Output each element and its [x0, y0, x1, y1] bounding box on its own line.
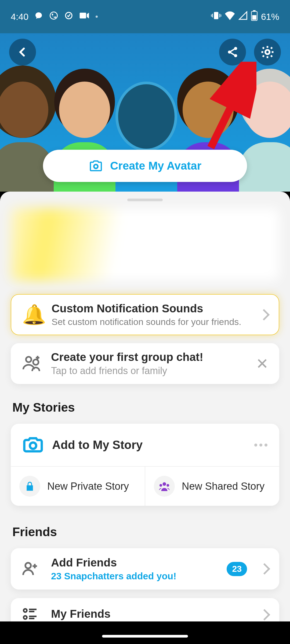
add-friends-subtitle: 23 Snapchatters added you! [51, 571, 176, 581]
new-shared-story-button[interactable]: New Shared Story [145, 467, 279, 506]
story-options-button[interactable] [254, 444, 267, 447]
svg-rect-7 [221, 14, 221, 17]
svg-point-23 [24, 616, 27, 619]
section-title-friends: Friends [12, 525, 279, 539]
signal-icon [238, 11, 248, 22]
new-shared-label: New Shared Story [182, 481, 264, 492]
svg-rect-10 [252, 15, 256, 20]
group-subtitle: Tap to add friends or family [51, 365, 251, 376]
chevron-right-icon [259, 563, 270, 575]
sheet-grabber[interactable] [127, 199, 163, 201]
settings-button[interactable] [254, 39, 281, 65]
chat-bubble-icon [34, 11, 43, 22]
people-icon [154, 476, 175, 497]
svg-rect-3 [214, 12, 218, 19]
add-friends-card[interactable]: Add Friends 23 Snapchatters added you! 2… [11, 548, 279, 590]
svg-rect-6 [211, 14, 212, 17]
my-friends-card[interactable]: My Friends [11, 598, 279, 621]
chevron-right-icon [259, 609, 270, 620]
promo-title: Custom Notification Sounds [52, 302, 255, 315]
camera-outline-icon [23, 434, 52, 456]
add-to-story-label: Add to My Story [52, 438, 254, 452]
svg-point-18 [162, 482, 166, 486]
custom-sounds-card[interactable]: 🔔 Custom Notification Sounds Set custom … [11, 294, 279, 335]
camera-icon [89, 159, 103, 173]
wifi-icon [224, 11, 235, 22]
back-button[interactable] [9, 39, 36, 65]
svg-point-17 [30, 442, 36, 449]
dismiss-group-card-button[interactable]: ✕ [256, 355, 269, 372]
stories-card: Add to My Story New Private Story New Sh… [11, 424, 279, 506]
profile-sheet: 🔔 Custom Notification Sounds Set custom … [0, 192, 290, 621]
section-title-stories: My Stories [12, 400, 279, 415]
friends-count-badge: 23 [227, 562, 247, 576]
add-friends-label: Add Friends [51, 556, 176, 569]
status-bar: 4:40 61% [0, 0, 290, 33]
svg-point-19 [160, 484, 162, 487]
my-friends-label: My Friends [51, 608, 255, 620]
svg-rect-9 [253, 10, 255, 12]
sync-icon [64, 11, 73, 22]
lock-icon [19, 476, 40, 497]
home-indicator[interactable] [102, 635, 188, 638]
create-avatar-button[interactable]: Create My Avatar [43, 150, 247, 182]
svg-rect-4 [212, 14, 213, 17]
whatsapp-icon [49, 11, 59, 23]
svg-point-20 [166, 484, 169, 487]
battery-percent: 61% [261, 12, 279, 22]
camera-notif-icon [79, 11, 90, 22]
vibrate-icon [211, 11, 221, 22]
svg-point-21 [25, 563, 31, 568]
battery-icon [251, 10, 258, 23]
svg-point-15 [26, 357, 31, 362]
promo-subtitle: Set custom notification sounds for your … [52, 317, 255, 327]
create-group-chat-card[interactable]: Create your first group chat! Tap to add… [11, 343, 279, 384]
svg-point-0 [50, 12, 57, 19]
chevron-right-icon [258, 309, 270, 320]
avatar-hero: Create My Avatar [0, 33, 290, 192]
more-notif-icon [96, 16, 98, 18]
share-button[interactable] [219, 39, 246, 65]
add-friend-icon [21, 560, 51, 577]
svg-point-22 [24, 609, 27, 612]
new-private-label: New Private Story [47, 481, 129, 492]
create-avatar-label: Create My Avatar [110, 159, 201, 172]
svg-rect-5 [219, 14, 220, 17]
svg-point-14 [265, 50, 270, 54]
friends-list-icon [21, 606, 51, 621]
group-add-icon [21, 354, 51, 374]
group-title: Create your first group chat! [51, 351, 251, 364]
svg-point-16 [33, 360, 38, 365]
status-time: 4:40 [11, 12, 28, 22]
profile-info-redacted [11, 208, 279, 281]
bell-icon: 🔔 [22, 303, 52, 326]
new-private-story-button[interactable]: New Private Story [11, 467, 145, 506]
svg-rect-2 [80, 13, 86, 18]
add-to-story-button[interactable]: Add to My Story [11, 424, 279, 467]
